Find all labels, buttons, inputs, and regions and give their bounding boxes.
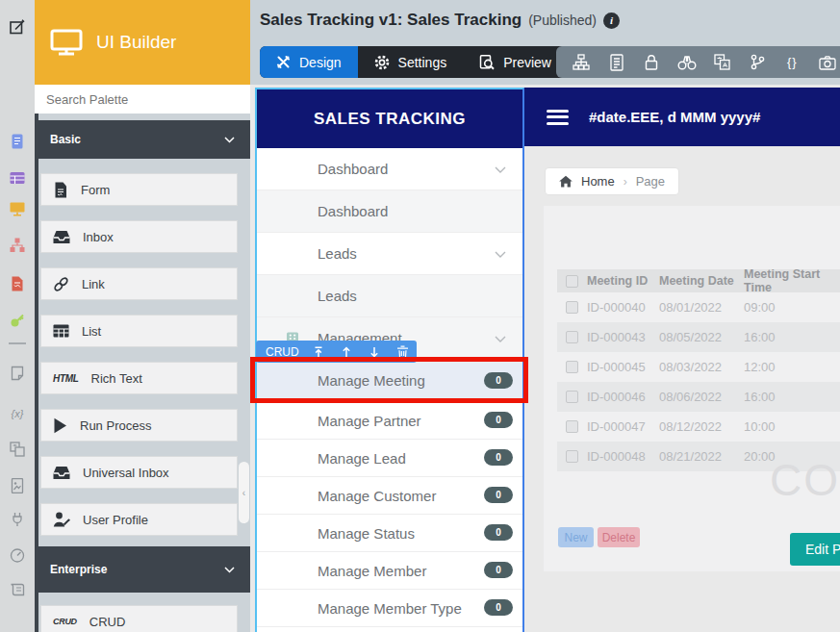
section-header-basic[interactable]: Basic — [35, 120, 250, 159]
chevron-down-icon — [224, 567, 235, 573]
tab-preview[interactable]: Preview — [463, 46, 568, 78]
table-row: ID-000045 08/03/2022 12:00 — [557, 352, 840, 382]
localization-icon[interactable] — [9, 441, 26, 458]
menu-item-manage-partner[interactable]: Manage Partner 0 — [257, 402, 522, 440]
palette-sidebar: UI Builder Basic Form Inbox Link List HT… — [35, 0, 250, 632]
binoculars-icon[interactable] — [670, 55, 705, 70]
environment-variable-icon[interactable]: {x} — [9, 405, 26, 422]
palette-item-crud[interactable]: CRUD CRUD — [40, 605, 238, 632]
permission-key-icon[interactable] — [9, 312, 26, 329]
chevron-down-icon — [224, 137, 235, 143]
breadcrumb-home[interactable]: Home — [581, 174, 615, 189]
palette-item-form[interactable]: Form — [40, 173, 238, 206]
notes-icon[interactable] — [9, 365, 26, 382]
palette-collapse-handle[interactable]: ‹ — [239, 462, 249, 523]
count-badge: 0 — [484, 449, 513, 466]
row-checkbox[interactable] — [566, 301, 578, 314]
publish-status: (Published) — [528, 13, 597, 28]
inbox-icon — [53, 230, 70, 244]
section-header-enterprise[interactable]: Enterprise — [35, 546, 250, 593]
html-icon: HTML — [53, 373, 79, 384]
row-checkbox[interactable] — [566, 420, 578, 433]
palette-item-universal-inbox[interactable]: Universal Inbox — [40, 456, 238, 489]
palette-item-rich-text[interactable]: HTML Rich Text — [40, 362, 238, 394]
builder-canvas: SALES TRACKING Dashboard Dashboard Leads… — [250, 85, 840, 632]
preview-magnifier-icon — [479, 55, 495, 70]
new-button[interactable]: New — [558, 527, 594, 547]
localization-icon[interactable] — [704, 54, 740, 70]
table-row: ID-000047 08/12/2022 10:00 — [557, 412, 840, 442]
play-icon — [53, 417, 67, 434]
process-icon[interactable] — [9, 237, 26, 254]
userview-icon[interactable] — [9, 200, 26, 217]
breadcrumb: Home › Page — [545, 167, 679, 195]
palette-item-link[interactable]: Link — [40, 267, 238, 300]
palette-scrollbar[interactable] — [35, 114, 38, 632]
app-title-bar: Sales Tracking v1: Sales Tracking (Publi… — [260, 11, 620, 30]
performance-icon[interactable] — [9, 546, 26, 564]
datalist-card: Meeting ID Meeting Date Meeting Start Ti… — [544, 206, 840, 571]
gear-icon — [374, 55, 390, 70]
top-bar: Sales Tracking v1: Sales Tracking (Publi… — [250, 0, 840, 85]
ui-builder-title: UI Builder — [96, 32, 176, 53]
menu-item-leads[interactable]: Leads — [257, 275, 522, 317]
palette-item-inbox[interactable]: Inbox — [40, 220, 238, 253]
list-icon — [53, 324, 69, 338]
palette-item-run-process[interactable]: Run Process — [40, 409, 238, 442]
menu-item-manage-member[interactable]: Manage Member 0 — [257, 552, 522, 590]
meetings-table: Meeting ID Meeting Date Meeting Start Ti… — [557, 269, 840, 471]
lock-icon[interactable] — [634, 54, 670, 70]
home-icon — [559, 175, 573, 188]
breadcrumb-current: Page — [636, 174, 665, 189]
tab-design[interactable]: Design — [260, 46, 358, 78]
edit-page-button[interactable]: Edit Page — [790, 533, 840, 566]
chevron-down-icon — [495, 336, 506, 342]
count-badge: 0 — [484, 412, 513, 428]
report-icon[interactable] — [9, 275, 26, 292]
inbox-icon — [53, 466, 70, 480]
sitemap-icon[interactable] — [564, 54, 599, 70]
plugin-icon[interactable] — [9, 511, 26, 528]
resources-icon[interactable] — [9, 477, 26, 494]
tab-settings[interactable]: Settings — [358, 46, 464, 78]
row-checkbox[interactable] — [566, 391, 578, 403]
design-tools-icon — [276, 55, 291, 69]
preview-header-title: #date.EEE, d MMM yyyy# — [589, 109, 760, 125]
ui-builder-window: {x} UI Builder Basic — [0, 0, 840, 632]
screenshot-camera-icon[interactable] — [810, 55, 840, 70]
datalist-icon[interactable] — [9, 169, 26, 187]
table-header-row: Meeting ID Meeting Date Meeting Start Ti… — [557, 269, 840, 292]
menu-item-manage-customer[interactable]: Manage Customer 0 — [257, 477, 522, 515]
select-all-checkbox[interactable] — [566, 275, 578, 288]
form-doc-icon[interactable] — [599, 54, 635, 71]
delete-button[interactable]: Delete — [598, 527, 640, 547]
row-checkbox[interactable] — [566, 450, 578, 463]
palette-item-user-profile[interactable]: User Profile — [40, 503, 238, 536]
edit-pencil-icon[interactable] — [9, 17, 26, 35]
palette-item-list[interactable]: List — [40, 315, 238, 347]
builder-tabs: Design Settings Preview — [260, 46, 568, 78]
menu-item-leads-category[interactable]: Leads — [257, 233, 522, 275]
hamburger-menu-icon[interactable] — [547, 106, 569, 128]
audit-trail-icon[interactable] — [9, 581, 26, 598]
menu-item-dashboard-category[interactable]: Dashboard — [257, 148, 522, 190]
menu-item-manage-status[interactable]: Manage Status 0 — [257, 515, 522, 552]
monitor-icon — [50, 29, 83, 56]
search-input[interactable] — [35, 85, 250, 114]
form-icon[interactable] — [9, 133, 26, 150]
breadcrumb-separator: › — [624, 175, 627, 189]
info-icon[interactable]: i — [603, 13, 620, 29]
count-badge: 0 — [484, 524, 513, 541]
json-braces-icon[interactable]: {} — [775, 55, 810, 69]
git-branch-icon[interactable] — [740, 54, 776, 70]
menu-item-dashboard[interactable]: Dashboard — [257, 190, 522, 233]
ui-builder-header: UI Builder — [35, 0, 250, 85]
menu-item-manage-member-type[interactable]: Manage Member Type 0 — [257, 590, 522, 627]
chevron-down-icon — [495, 251, 506, 258]
row-checkbox[interactable] — [566, 361, 578, 373]
chevron-down-icon — [495, 166, 506, 173]
row-checkbox[interactable] — [566, 331, 578, 343]
menu-item-manage-lead[interactable]: Manage Lead 0 — [257, 440, 522, 477]
annotation-highlight-box — [250, 357, 528, 403]
app-title: Sales Tracking v1: Sales Tracking — [260, 11, 522, 30]
